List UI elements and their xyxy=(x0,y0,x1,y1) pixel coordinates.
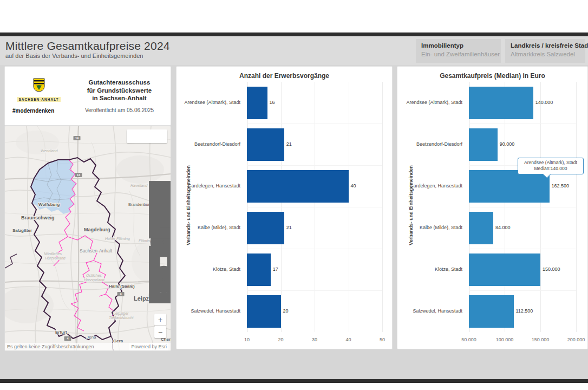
row-separator xyxy=(247,123,382,124)
bar[interactable] xyxy=(247,87,267,119)
category-label: Salzwedel, Hansestadt xyxy=(397,308,462,314)
map-attribution: Es gelten keine Zugriffsbeschränkungen P… xyxy=(5,343,171,350)
page-subtitle: auf der Basis der Verbands- und Einheits… xyxy=(5,53,170,59)
value-label: 84.000 xyxy=(495,225,511,230)
x-axis-tick-label: 200.000 xyxy=(567,337,585,342)
x-axis-tick-label: 150.000 xyxy=(532,337,550,342)
selector-immobilientyp[interactable]: Immobilientyp Ein- und Zweifamilienhäuse… xyxy=(416,39,501,63)
value-label: 17 xyxy=(273,266,278,272)
chart-plot-area: 50.000100.000150.000200.000Arendsee (Alt… xyxy=(397,82,576,347)
org-line: in Sachsen-Anhalt xyxy=(73,94,166,102)
tooltip-title: Arendsee (Altmark), Stadt xyxy=(519,160,582,166)
selector-value: Altmarkkreis Salzwedel xyxy=(511,51,580,57)
map-region-label: Östliches xyxy=(86,274,102,277)
bar[interactable] xyxy=(247,295,281,328)
category-label: Gardelegen, Hansestadt xyxy=(397,183,462,188)
value-label: 40 xyxy=(351,183,356,188)
bar[interactable] xyxy=(247,128,284,161)
zoom-out-button[interactable]: − xyxy=(154,326,166,338)
map-city-label: Wolfsburg xyxy=(38,202,60,207)
map-region-label: Harzvorland xyxy=(84,278,105,282)
value-label: 112.500 xyxy=(516,308,533,314)
x-axis-tick-label: 40 xyxy=(345,337,351,342)
bar[interactable] xyxy=(469,253,540,286)
x-axis-tick-label: 100.000 xyxy=(496,337,514,342)
map-toolbar xyxy=(127,129,167,143)
category-label: Beetzendorf-Diesdorf xyxy=(177,141,240,147)
svg-text:14: 14 xyxy=(75,136,79,140)
chart-title: Anzahl der Erwerbsvorgänge xyxy=(177,72,392,80)
x-axis-tick-label: 50.000 xyxy=(461,337,476,342)
page-title: Mittlere Gesamtkaufpreise 2024 xyxy=(5,39,170,53)
map-panel[interactable]: WendlandHavellandSachsen-AnhaltNördliche… xyxy=(4,126,171,351)
road-shield: 4 xyxy=(64,336,71,341)
category-label: Salzwedel, Hansestadt xyxy=(177,308,240,314)
zoom-in-button[interactable]: + xyxy=(154,314,166,326)
category-label: Gardelegen, Hansestadt xyxy=(177,183,240,188)
header-titles: Mittlere Gesamtkaufpreise 2024 auf der B… xyxy=(5,39,170,59)
category-label: Klötze, Stadt xyxy=(177,266,240,272)
bar[interactable] xyxy=(469,170,550,203)
gridline xyxy=(576,82,577,332)
value-label: 20 xyxy=(283,308,289,314)
chart-plot-area: 1020304050Arendsee (Altmark), Stadt16Bee… xyxy=(177,82,382,347)
map-city-label: Magdeburg xyxy=(84,227,110,232)
bar[interactable] xyxy=(247,170,349,203)
value-label: 140.000 xyxy=(535,100,553,105)
bar[interactable] xyxy=(247,253,271,286)
road-shield: 14 xyxy=(74,136,81,140)
map-zoom-control: + − xyxy=(154,314,166,339)
value-label: 162.500 xyxy=(552,183,570,188)
selector-landkreis[interactable]: Landkreis / kreisfreie Stadt Altmarkkrei… xyxy=(505,39,585,63)
tooltip-value: Median:140.000 xyxy=(519,166,582,172)
category-label: Arendsee (Altmark), Stadt xyxy=(177,100,240,105)
value-label: 16 xyxy=(270,100,275,105)
map-city-label: Salzgitter xyxy=(12,228,32,233)
sachsen-anhalt-logo: SACHSEN-ANHALT #moderndenken xyxy=(5,78,73,114)
chart-panel-anzahl: Anzahl der Erwerbsvorgänge Verbands- und… xyxy=(176,66,393,349)
bar[interactable] xyxy=(469,128,498,161)
gridline xyxy=(382,82,383,332)
svg-text:9: 9 xyxy=(120,292,121,296)
logo-region-name: SACHSEN-ANHALT xyxy=(17,97,60,102)
road-shield: 9 xyxy=(117,292,125,296)
bar[interactable] xyxy=(469,212,493,244)
basemap-icon[interactable] xyxy=(154,129,167,143)
chart-panel-median: Gesamtkaufpreis (Median) in Euro Verband… xyxy=(397,66,588,349)
bar[interactable] xyxy=(469,87,533,119)
coat-of-arms-icon xyxy=(33,78,45,92)
window-top-border xyxy=(0,32,588,36)
selector-label: Immobilientyp xyxy=(421,42,495,49)
map-city-label: Jena xyxy=(87,335,96,340)
row-separator xyxy=(469,290,576,291)
map-region-label: Wendland xyxy=(41,149,58,153)
org-line: für Grundstückswerte xyxy=(73,87,166,95)
value-label: 21 xyxy=(286,225,292,230)
attribution-text: Es gelten keine Zugriffsbeschränkungen xyxy=(7,343,94,350)
dashboard-header: Mittlere Gesamtkaufpreise 2024 auf der B… xyxy=(0,36,588,65)
dashboard: Mittlere Gesamtkaufpreise 2024 auf der B… xyxy=(0,36,588,379)
category-label: Kalbe (Milde), Stadt xyxy=(397,225,462,230)
category-label: Arendsee (Altmark), Stadt xyxy=(397,100,462,105)
category-label: Kalbe (Milde), Stadt xyxy=(177,225,240,230)
x-axis-tick-label: 10 xyxy=(244,337,250,342)
map-region-label: Nördliches xyxy=(44,252,62,256)
row-separator xyxy=(247,207,382,207)
bar[interactable] xyxy=(469,295,514,328)
org-block: Gutachterausschuss für Grundstückswerte … xyxy=(73,79,171,114)
map-city-label: Erfurt xyxy=(55,330,67,335)
info-card: SACHSEN-ANHALT #moderndenken Gutachterau… xyxy=(4,66,171,126)
logo-hashtag: #moderndenken xyxy=(5,108,73,114)
category-label: Beetzendorf-Diesdorf xyxy=(397,141,462,147)
value-label: 21 xyxy=(286,141,292,147)
map-region-label: Harzvorland xyxy=(45,256,66,260)
window-bottom-border xyxy=(0,379,588,383)
bar[interactable] xyxy=(247,212,284,244)
row-separator xyxy=(469,249,576,249)
road-shield: 14 xyxy=(75,173,82,177)
screenshot-canvas: Mittlere Gesamtkaufpreise 2024 auf der B… xyxy=(0,0,588,390)
value-label: 90.000 xyxy=(500,141,515,147)
map-region-label: Sachsen-Anhalt xyxy=(80,248,113,253)
x-axis-tick-label: 20 xyxy=(278,337,283,342)
published-date: Veröffentlicht am 05.06.2025 xyxy=(73,107,166,113)
